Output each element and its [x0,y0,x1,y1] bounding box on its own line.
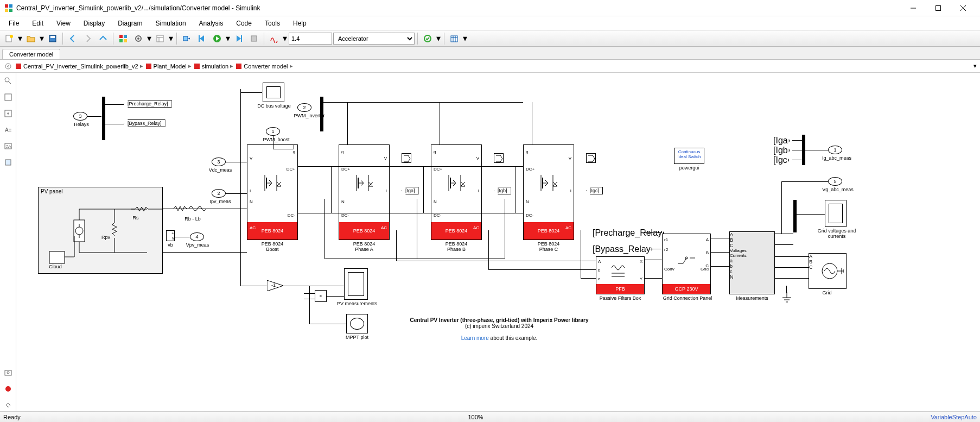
signal-log-button[interactable] [267,32,281,46]
block-pv-panel[interactable]: PV panel [38,187,163,274]
menu-help[interactable]: Help [287,17,313,29]
menu-view[interactable]: View [50,17,77,29]
block-pfb[interactable]: PFB A b c X Y [596,256,645,294]
close-button[interactable] [951,0,976,16]
run-dropdown-icon[interactable]: ▾ [225,32,231,46]
from-iga[interactable]: [Iga] [773,136,790,146]
goto-igc[interactable]: [Igc] [586,187,603,194]
new-model-button[interactable] [2,32,16,46]
outport-vdc[interactable]: 3 [212,158,226,166]
screenshot-icon[interactable] [2,367,14,379]
record-icon[interactable] [2,383,14,395]
back-button[interactable] [66,32,80,46]
terminator-vb[interactable] [494,153,504,163]
goto-igb[interactable]: [Igb] [494,187,511,194]
outport-vpv[interactable]: 4 [190,232,204,241]
forward-button[interactable] [81,32,95,46]
minimize-button[interactable] [901,0,926,16]
open-dropdown-icon[interactable]: ▾ [39,32,44,46]
outport-vg[interactable]: 5 [828,177,842,186]
stop-button[interactable] [247,32,261,46]
run-button[interactable] [210,32,224,46]
menu-tools[interactable]: Tools [258,17,287,29]
new-dropdown-icon[interactable]: ▾ [17,32,23,46]
build-dropdown-icon[interactable]: ▾ [436,32,441,46]
mux-grid-scope[interactable] [793,200,797,232]
block-grid[interactable]: A B C [809,253,847,289]
model-config-button[interactable] [131,32,145,46]
menu-edit[interactable]: Edit [26,17,50,29]
stop-time-input[interactable] [289,33,332,45]
model-explorer-button[interactable] [153,32,167,46]
open-button[interactable] [24,32,38,46]
inport-relays[interactable]: 3 [73,112,87,121]
zoom-icon[interactable] [2,75,14,87]
inport-pwm-boost[interactable]: 1 [266,127,280,136]
menu-diagram[interactable]: Diagram [111,17,149,29]
update-diagram-button[interactable] [180,32,194,46]
schedule-dropdown-icon[interactable]: ▾ [462,32,468,46]
library-browser-button[interactable] [116,32,130,46]
goto-precharge[interactable]: [Precharge_Relay] [124,100,172,108]
block-peb-phase-b[interactable]: PEB 8024 g DC+ N DC- V I AC [431,144,482,240]
product-block[interactable]: × [315,290,327,302]
block-powergui[interactable]: ContinuousIdeal Switch [674,148,704,164]
schedule-button[interactable] [447,32,461,46]
outport-ipv[interactable]: 2 [212,189,226,198]
goto-bypass[interactable]: [Bypass_Relay] [124,119,166,127]
step-forward-button[interactable] [232,32,246,46]
menu-simulation[interactable]: Simulation [149,17,193,29]
goto-iga[interactable]: [Iga] [402,187,419,194]
canvas[interactable]: PV panel Cloud Rpv Rs 3 Relays [16,73,980,411]
menu-file[interactable]: File [2,17,26,29]
image-icon[interactable] [2,140,14,152]
block-measurements[interactable]: A B C Voltages Currents a b c N [729,231,775,294]
sim-mode-select[interactable]: Accelerator [333,33,415,45]
block-vb[interactable]: +v [166,230,175,241]
outport-ig[interactable]: 1 [828,146,842,154]
scope-dcbus[interactable] [263,83,284,102]
scope-mppt[interactable] [346,314,368,333]
from-precharge[interactable]: [Precharge_Relay] [593,228,665,238]
status-zoom[interactable]: 100% [468,414,483,420]
crumb-plant[interactable]: Plant_Model▸ [145,62,192,70]
from-igb[interactable]: [Igb] [773,146,790,155]
learn-more-link[interactable]: Learn more [461,335,489,341]
scope-pv-meas[interactable] [344,268,368,300]
menu-analysis[interactable]: Analysis [193,17,230,29]
breadcrumb-menu-icon[interactable]: ▾ [973,62,977,70]
block-gcp[interactable]: GCP 230V r1 r2 Conv A B C Grid [662,234,711,294]
status-solver[interactable]: VariableStepAuto [931,414,977,420]
area-icon[interactable] [2,156,14,168]
fit-selection-icon[interactable] [2,108,14,119]
terminator-vc[interactable] [586,153,596,163]
block-peb-boost[interactable]: PEB 8024 V I N g DC+ DC- AC [247,144,298,240]
fit-icon[interactable] [2,91,14,103]
maximize-button[interactable] [926,0,951,16]
tab-converter-model[interactable]: Converter model [2,49,60,59]
up-button[interactable] [96,32,110,46]
crumb-root[interactable]: Central_PV_inverter_Simulink_powerlib_v2… [15,62,143,70]
inport-pwm-inv[interactable]: 2 [297,103,311,112]
config-dropdown-icon[interactable]: ▾ [147,32,152,46]
demux-relays[interactable] [102,97,105,140]
expand-icon[interactable] [2,399,14,411]
scope-grid[interactable] [825,200,847,227]
annotate-icon[interactable]: A≡ [2,124,14,136]
ground-icon[interactable] [781,292,792,305]
step-back-button[interactable] [195,32,209,46]
crumb-sim[interactable]: simulation▸ [194,62,234,70]
menu-code[interactable]: Code [230,17,258,29]
log-dropdown-icon[interactable]: ▾ [282,32,288,46]
block-peb-phase-a[interactable]: PEB 8024 g DC+ N DC- V I AC [339,144,390,240]
from-bypass[interactable]: [Bypass_Relay] [593,244,653,254]
build-button[interactable] [421,32,435,46]
crumb-conv[interactable]: Converter model▸ [236,62,292,70]
terminator-va[interactable] [402,153,411,163]
from-igc[interactable]: [Igc] [773,155,790,165]
block-peb-phase-c[interactable]: PEB 8024 g DC+ N DC- V I AC [523,144,574,240]
menu-display[interactable]: Display [77,17,111,29]
explorer-dropdown-icon[interactable]: ▾ [168,32,174,46]
hide-browser-icon[interactable] [3,61,13,71]
save-button[interactable] [46,32,60,46]
